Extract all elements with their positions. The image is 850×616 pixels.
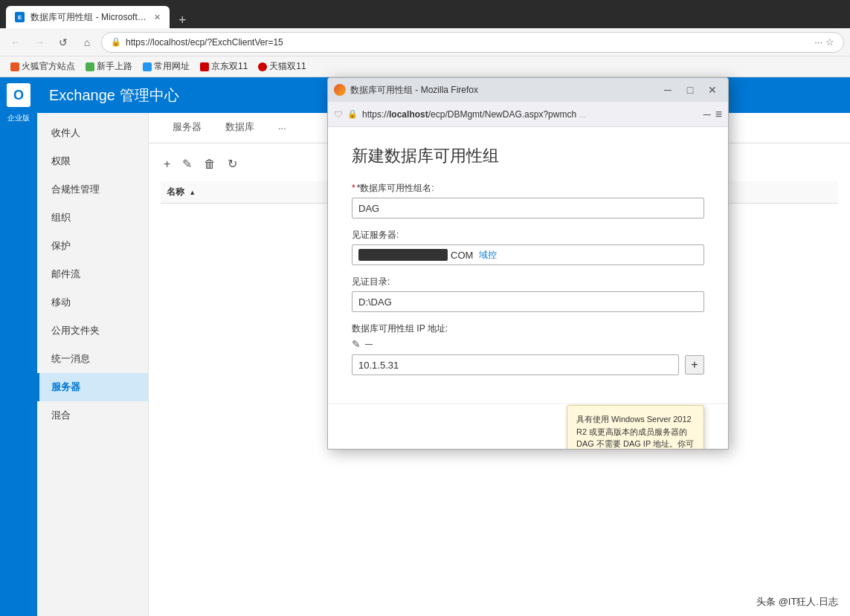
lock-icon: 🔒 xyxy=(347,109,358,119)
watermark: 头条 @IT狂人.日志 xyxy=(753,594,841,610)
ip-input[interactable] xyxy=(352,354,679,375)
ff-address-host: localhost xyxy=(389,109,428,120)
dag-name-group: *数据库可用性组名: xyxy=(352,182,704,218)
witness-dir-label: 见证目录: xyxy=(352,276,704,288)
shield-icon: 🛡 xyxy=(334,109,343,120)
witness-server-input-wrapper: COM 域控 xyxy=(352,244,704,265)
ff-win-buttons: ─ □ ✕ xyxy=(658,82,722,98)
ip-add-button[interactable]: + xyxy=(685,355,704,375)
ff-address-text: https://localhost/ecp/DBMgmt/NewDAG.aspx… xyxy=(362,109,699,120)
dag-name-label: *数据库可用性组名: xyxy=(352,182,704,195)
modal-overlay: 数据库可用性组 - Mozilla Firefox ─ □ ✕ 🛡 🔒 http… xyxy=(0,0,850,616)
tooltip-box: 具有使用 Windows Server 2012 R2 或更高版本的成员服务器的… xyxy=(567,405,704,450)
witness-server-field[interactable]: COM 域控 xyxy=(352,244,704,265)
minimize-button[interactable]: ─ xyxy=(658,82,677,98)
ff-menu-button[interactable]: ≡ xyxy=(715,108,722,121)
domain-controller-badge[interactable]: 域控 xyxy=(479,249,497,262)
witness-server-com: COM xyxy=(451,250,473,261)
ip-edit-button[interactable]: ✎ xyxy=(352,338,361,350)
ff-title: 数据库可用性组 - Mozilla Firefox xyxy=(350,84,654,97)
ip-toolbar: ✎ ─ xyxy=(352,338,704,350)
ff-address-truncated: ... xyxy=(579,110,585,119)
firefox-window: 数据库可用性组 - Mozilla Firefox ─ □ ✕ 🛡 🔒 http… xyxy=(327,77,729,450)
ff-address-more-button[interactable]: ─ xyxy=(703,108,711,120)
witness-server-label: 见证服务器: xyxy=(352,229,704,241)
ff-form-content: 新建数据库可用性组 *数据库可用性组名: 见证服务器: COM 域控 xyxy=(328,127,728,403)
ff-titlebar: 数据库可用性组 - Mozilla Firefox ─ □ ✕ xyxy=(328,78,728,102)
witness-dir-group: 见证目录: xyxy=(352,276,704,312)
witness-server-group: 见证服务器: COM 域控 xyxy=(352,229,704,265)
ip-section: 数据库可用性组 IP 地址: ✎ ─ + xyxy=(352,322,704,375)
ff-favicon xyxy=(334,84,346,96)
ip-label: 数据库可用性组 IP 地址: xyxy=(352,322,704,335)
ip-row: + xyxy=(352,354,704,375)
ff-page-title: 新建数据库可用性组 xyxy=(352,145,704,167)
maximize-button[interactable]: □ xyxy=(680,82,700,98)
witness-server-blurred xyxy=(358,249,448,261)
witness-dir-input[interactable] xyxy=(352,291,704,312)
ip-delete-button[interactable]: ─ xyxy=(365,338,373,350)
close-button[interactable]: ✕ xyxy=(703,82,722,98)
tooltip-text: 具有使用 Windows Server 2012 R2 或更高版本的成员服务器的… xyxy=(576,415,694,450)
ff-address-bar: 🛡 🔒 https://localhost/ecp/DBMgmt/NewDAG.… xyxy=(328,102,728,127)
dag-name-input[interactable] xyxy=(352,198,704,218)
